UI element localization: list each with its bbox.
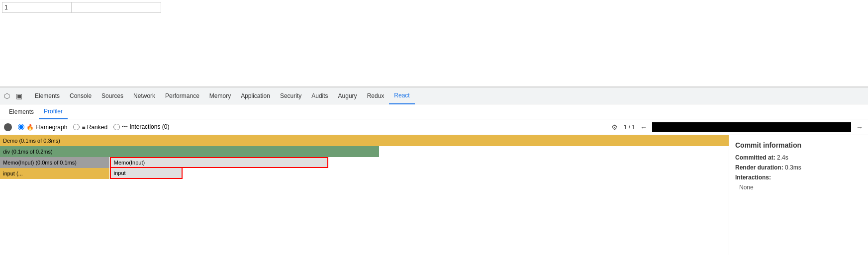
flame-row-div[interactable]: div (0.1ms of 0.2ms) <box>0 146 729 157</box>
interactions-row: Interactions: <box>735 174 862 181</box>
memo-block-left[interactable]: Memo(Input) (0.0ms of 0.1ms) <box>0 157 109 168</box>
demo-block[interactable]: Demo (0.1ms of 0.3ms) <box>0 135 729 146</box>
div-block[interactable]: div (0.1ms of 0.2ms) <box>0 146 379 157</box>
devtools-tab-bar: ⬡ ▣ Elements Console Sources Network Per… <box>0 87 868 104</box>
tab-console[interactable]: Console <box>65 87 96 104</box>
flamegraph-radio-group[interactable]: 🔥 Flamegraph <box>18 124 67 131</box>
record-button[interactable] <box>4 123 12 131</box>
tab-elements[interactable]: Elements <box>30 87 65 104</box>
ranked-radio-group[interactable]: ≡ Ranked <box>73 124 107 131</box>
tab-memory[interactable]: Memory <box>204 87 236 104</box>
ranked-label: ≡ Ranked <box>82 124 107 131</box>
input-block-right[interactable]: input <box>110 168 183 179</box>
render-duration-label: Render duration: <box>735 164 785 171</box>
memo-block-right[interactable]: Memo(Input) <box>110 157 329 168</box>
tab-audits[interactable]: Audits <box>306 87 333 104</box>
tab-sources[interactable]: Sources <box>96 87 128 104</box>
interactions-radio-group[interactable]: 〜 Interactions (0) <box>113 123 169 131</box>
flamegraph-label: 🔥 Flamegraph <box>26 124 67 131</box>
flamegraph-radio[interactable] <box>18 124 24 130</box>
nav-info: 1 / 1 <box>624 124 635 131</box>
interactions-none: None <box>739 184 862 191</box>
sub-tab-profiler[interactable]: Profiler <box>39 104 68 119</box>
flame-row-memo[interactable]: Memo(Input) (0.0ms of 0.1ms) Memo(Input) <box>0 157 729 168</box>
render-duration-value: 0.3ms <box>785 164 801 171</box>
input-field-2[interactable] <box>72 2 161 13</box>
tab-redux[interactable]: Redux <box>362 87 389 104</box>
devtools-panel: ⬡ ▣ Elements Console Sources Network Per… <box>0 87 868 255</box>
toolbar-icons: ⬡ ▣ <box>2 91 24 101</box>
render-duration-row: Render duration: 0.3ms <box>735 164 862 171</box>
tab-application[interactable]: Application <box>236 87 275 104</box>
flame-row-demo[interactable]: Demo (0.1ms of 0.3ms) <box>0 135 729 146</box>
cursor-icon[interactable]: ⬡ <box>2 91 12 101</box>
committed-at-label: Committed at: <box>735 154 777 161</box>
sub-tab-bar: Elements Profiler <box>0 104 868 119</box>
interactions-radio[interactable] <box>113 124 120 130</box>
tab-performance[interactable]: Performance <box>160 87 204 104</box>
right-panel: Commit information Committed at: 2.4s Re… <box>729 135 868 255</box>
input-field-1[interactable] <box>2 2 72 13</box>
flamegraph-area: Demo (0.1ms of 0.3ms) div (0.1ms of 0.2m… <box>0 135 729 255</box>
flame-row-input[interactable]: input (... input <box>0 168 729 179</box>
tab-network[interactable]: Network <box>128 87 160 104</box>
top-area <box>0 0 868 87</box>
ranked-radio[interactable] <box>73 124 80 130</box>
commit-info-title: Commit information <box>735 141 862 149</box>
tab-augury[interactable]: Augury <box>333 87 362 104</box>
interactions-label: 〜 Interactions (0) <box>122 123 169 131</box>
nav-prev-arrow[interactable]: ← <box>639 123 648 131</box>
nav-next-arrow[interactable]: → <box>855 123 864 131</box>
committed-at-value: 2.4s <box>777 154 788 161</box>
tab-react[interactable]: React <box>389 87 414 104</box>
sub-tab-elements[interactable]: Elements <box>4 104 39 119</box>
panel-icon[interactable]: ▣ <box>14 91 24 101</box>
profiler-toolbar: 🔥 Flamegraph ≡ Ranked 〜 Interactions (0)… <box>0 119 868 135</box>
tab-security[interactable]: Security <box>275 87 306 104</box>
interactions-label: Interactions: <box>735 174 771 181</box>
input-row <box>2 2 866 13</box>
gear-button[interactable]: ⚙ <box>610 122 620 132</box>
profiler-toolbar-right: ⚙ 1 / 1 ← → <box>610 122 864 132</box>
commit-bar <box>652 122 851 132</box>
committed-at-row: Committed at: 2.4s <box>735 154 862 161</box>
main-content: Demo (0.1ms of 0.3ms) div (0.1ms of 0.2m… <box>0 135 868 255</box>
input-block-left[interactable]: input (... <box>0 168 109 179</box>
